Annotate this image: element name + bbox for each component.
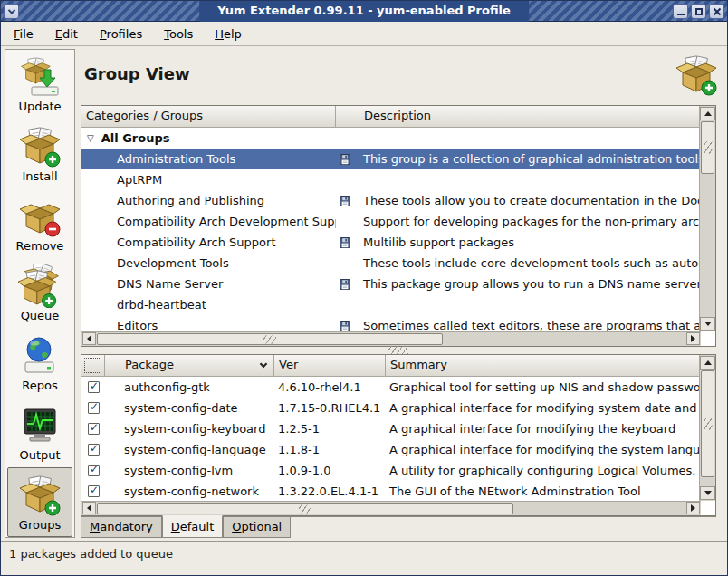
groups-horizontal-scrollbar[interactable]	[81, 331, 701, 346]
scroll-down-button[interactable]	[700, 317, 715, 331]
groups-vertical-scrollbar[interactable]	[699, 106, 715, 331]
group-row[interactable]: Authoring and Publishing These tools all…	[81, 190, 701, 211]
group-description: Support for developing packages for the …	[359, 211, 701, 232]
app-window: Yum Extender 0.99.11 - yum-enabled Profi…	[0, 0, 728, 576]
group-row[interactable]: AptRPM	[81, 169, 701, 190]
sidebar-item-install[interactable]: Install	[5, 120, 74, 189]
group-row[interactable]: Development Tools These tools include co…	[81, 253, 701, 274]
menu-edit[interactable]: Edit	[55, 27, 78, 41]
repos-globe-icon	[18, 334, 62, 378]
scrollbar-thumb[interactable]	[701, 370, 714, 477]
sidebar-item-update[interactable]: Update	[5, 50, 74, 120]
scrollbar-thumb[interactable]	[97, 503, 513, 514]
scroll-right-button[interactable]	[686, 332, 700, 345]
arrow-down-icon	[704, 322, 712, 326]
maximize-button[interactable]	[691, 4, 706, 19]
group-row[interactable]: drbd-heartbeat	[81, 294, 701, 315]
tab-default[interactable]: Default	[162, 515, 224, 538]
package-row[interactable]: system-config-lvm 1.0.9-1.0 A utility fo…	[81, 460, 701, 481]
column-header-status[interactable]	[105, 355, 120, 377]
column-header-ver[interactable]: Ver	[274, 355, 386, 377]
tab-mandatory[interactable]: Mandatory	[81, 516, 162, 538]
group-row[interactable]: DNS Name Server This package group allow…	[81, 274, 701, 294]
menu-help[interactable]: Help	[215, 27, 242, 41]
group-row[interactable]: Compatibility Arch Development Support S…	[81, 211, 701, 232]
expander-open-icon[interactable]: ▽	[87, 133, 94, 143]
menubar: File Edit Profiles Tools Help	[1, 23, 727, 46]
package-row[interactable]: system-config-keyboard 1.2.5-1 A graphic…	[81, 418, 701, 439]
column-header-package[interactable]: Package	[120, 355, 274, 377]
thumb-grip	[704, 141, 712, 154]
packages-vertical-scrollbar[interactable]	[699, 355, 715, 501]
scrollbar-thumb[interactable]	[701, 121, 714, 174]
installed-media-icon	[340, 279, 350, 290]
package-checkbox[interactable]	[88, 381, 100, 393]
package-summary: A utility for graphically configuring Lo…	[386, 460, 701, 481]
statusbar: 1 packages added to queue	[1, 541, 728, 576]
installed-media-icon	[340, 237, 350, 248]
sidebar-item-label: Groups	[19, 518, 61, 532]
scroll-up-button[interactable]	[700, 356, 715, 370]
package-version: 1.0.9-1.0	[274, 460, 386, 481]
sidebar-item-groups[interactable]: Groups	[7, 467, 72, 537]
scroll-up-button[interactable]	[700, 107, 715, 120]
group-name: AptRPM	[117, 173, 162, 187]
package-checkbox[interactable]	[88, 465, 100, 476]
package-row[interactable]: system-config-network 1.3.22.0.EL.4.1-1 …	[81, 481, 701, 502]
group-row[interactable]: ▽All Groups	[81, 128, 701, 149]
pane-splitter[interactable]	[81, 347, 716, 354]
scroll-down-button[interactable]	[700, 486, 715, 500]
column-header-categories-groups[interactable]: Categories / Groups	[81, 106, 336, 128]
column-header-summary[interactable]: Summary	[386, 355, 701, 377]
group-description: Multilib support packages	[359, 232, 701, 253]
window-menu-button[interactable]	[4, 4, 19, 19]
close-button[interactable]	[709, 4, 724, 19]
package-row[interactable]: authconfig-gtk 4.6.10-rhel4.1 Graphical …	[81, 377, 701, 398]
column-header-installed-icon[interactable]	[336, 106, 359, 128]
arrow-left-icon	[87, 335, 91, 342]
page-title: Group View	[84, 64, 190, 83]
sidebar-item-remove[interactable]: Remove	[5, 189, 74, 259]
scrollbar-thumb[interactable]	[97, 333, 443, 345]
menu-file[interactable]: File	[14, 27, 34, 41]
packages-table: Package Ver Summary authconfig-gtk 4.6.1…	[81, 354, 716, 516]
minimize-button[interactable]	[673, 4, 688, 19]
column-header-select[interactable]	[81, 355, 105, 377]
sidebar-item-output[interactable]: Output	[5, 398, 74, 467]
sidebar-item-repos[interactable]: Repos	[5, 328, 74, 398]
package-version: 1.3.22.0.EL.4.1-1	[274, 481, 386, 502]
scroll-right-button[interactable]	[686, 502, 700, 514]
package-row[interactable]: system-config-date 1.7.15-0.RHEL4.1 A gr…	[81, 398, 701, 418]
tab-optional[interactable]: Optional	[223, 516, 291, 538]
packages-horizontal-scrollbar[interactable]	[81, 501, 701, 515]
package-checkbox[interactable]	[88, 444, 100, 456]
group-description: Sometimes called text editors, these are…	[359, 315, 701, 333]
column-header-description[interactable]: Description	[359, 106, 701, 128]
groups-table: Categories / Groups Description ▽All Gro…	[81, 105, 716, 347]
package-version: 4.6.10-rhel4.1	[274, 377, 386, 398]
group-row[interactable]: Editors Sometimes called text editors, t…	[81, 315, 701, 333]
package-row[interactable]: system-config-language 1.1.8-1 A graphic…	[81, 439, 701, 460]
sort-desc-icon	[260, 360, 267, 368]
group-name: Compatibility Arch Support	[117, 235, 276, 249]
titlebar[interactable]: Yum Extender 0.99.11 - yum-enabled Profi…	[1, 1, 727, 22]
groups-box-icon	[18, 474, 62, 517]
menu-tools[interactable]: Tools	[164, 27, 193, 41]
package-checkbox[interactable]	[88, 402, 100, 414]
package-checkbox[interactable]	[88, 485, 100, 497]
sidebar-item-label: Queue	[21, 309, 60, 322]
menu-profiles[interactable]: Profiles	[100, 27, 142, 41]
sidebar-item-label: Output	[19, 448, 60, 462]
group-row-selected[interactable]: Administration Tools This group is a col…	[81, 149, 701, 169]
sidebar-item-queue[interactable]: Queue	[5, 259, 74, 329]
scroll-left-button[interactable]	[82, 502, 96, 514]
scroll-left-button[interactable]	[82, 332, 96, 345]
remove-box-icon	[18, 195, 62, 238]
installed-media-icon	[340, 196, 350, 206]
group-name: Development Tools	[117, 256, 229, 270]
group-row[interactable]: Compatibility Arch Support Multilib supp…	[81, 232, 701, 253]
package-summary: A graphical interface for modifying the …	[386, 439, 701, 460]
group-name: Editors	[117, 319, 158, 332]
group-name: Compatibility Arch Development Support	[117, 215, 336, 228]
package-checkbox[interactable]	[88, 423, 100, 435]
